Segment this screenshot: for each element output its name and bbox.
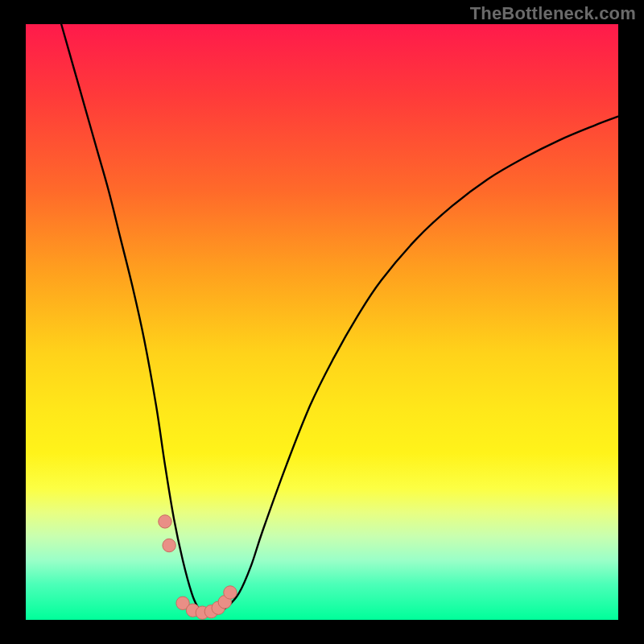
highlighted-points [159, 515, 237, 620]
watermark-text: TheBottleneck.com [470, 3, 636, 24]
marker-point [163, 539, 175, 551]
curve-svg [26, 24, 618, 620]
marker-point [224, 586, 237, 599]
bottleneck-curve [61, 24, 618, 614]
marker-point [159, 515, 171, 528]
plot-area [26, 24, 618, 620]
chart-frame: TheBottleneck.com [0, 0, 644, 644]
